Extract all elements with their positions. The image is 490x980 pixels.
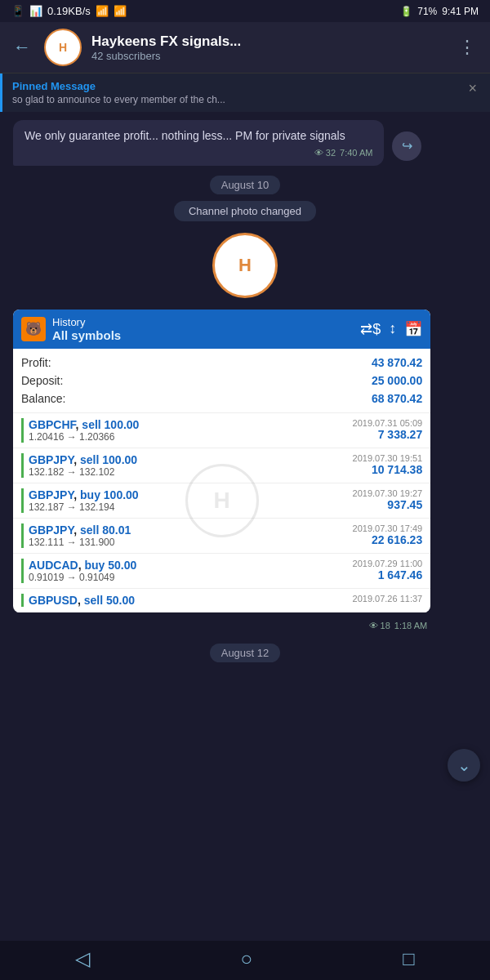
card-header-actions: ⇄$ ↕ 📅 — [360, 320, 422, 338]
message-meta: 👁 32 7:40 AM — [24, 148, 372, 158]
currency-icon[interactable]: ⇄$ — [360, 320, 381, 338]
header-info: Haykeens FX signals... 42 subscribers — [91, 33, 445, 62]
forward-icon: ↪ — [402, 138, 412, 154]
subscriber-count: 42 subscribers — [91, 50, 445, 62]
channel-title: Haykeens FX signals... — [91, 33, 445, 50]
trade-right-5: 2019.07.26 11:37 — [324, 594, 422, 604]
more-options-button[interactable]: ⋮ — [455, 33, 480, 61]
trade-right-1: 2019.07.30 19:51 10 714.38 — [324, 453, 422, 476]
date-divider-aug10: August 10 — [13, 176, 477, 194]
card-message-meta: 👁 18 1:18 AM — [13, 621, 430, 634]
channel-photo-display: H — [13, 233, 477, 298]
card-time: 1:18 AM — [394, 621, 427, 630]
trade-prices-1: 132.182 → 132.102 — [29, 466, 324, 478]
card-views: 👁 18 — [369, 621, 390, 630]
trade-prices-3: 132.111 → 131.900 — [29, 537, 324, 548]
trade-left-1: GBPJPY, sell 100.00 132.182 → 132.102 — [21, 453, 324, 478]
pinned-message-bar[interactable]: Pinned Message so glad to announce to ev… — [0, 74, 490, 112]
date-divider-aug12: August 12 — [13, 644, 477, 662]
card-header-info: History All symbols — [52, 316, 354, 342]
calendar-icon[interactable]: 📅 — [404, 320, 422, 338]
trade-date-0: 2019.07.31 05:09 — [324, 418, 422, 428]
eye-icon: 👁 — [314, 148, 323, 158]
trade-prices-0: 1.20416 → 1.20366 — [29, 431, 324, 443]
card-header-icon: 🐻 — [21, 317, 46, 341]
trade-date-1: 2019.07.30 19:51 — [324, 453, 422, 463]
trade-pair-2: GBPJPY, buy 100.00 — [29, 488, 324, 501]
trade-row-2: GBPJPY, buy 100.00 132.187 → 132.194 201… — [13, 483, 430, 519]
trade-pair-4: AUDCAD, buy 50.00 — [29, 559, 324, 572]
trade-row-4: AUDCAD, buy 50.00 0.91019 → 0.91049 2019… — [13, 554, 430, 589]
trading-card-header: 🐻 History All symbols ⇄$ ↕ 📅 — [13, 310, 430, 349]
trade-left-0: GBPCHF, sell 100.00 1.20416 → 1.20366 — [21, 418, 324, 443]
navigation-bar: ◁ ○ □ — [0, 941, 490, 980]
trading-summary: Profit: 43 870.42 Deposit: 25 000.00 Bal… — [13, 349, 430, 413]
trade-profit-2: 937.45 — [324, 498, 422, 511]
whatsapp-icon: 📱 — [11, 5, 24, 17]
time-display: 9:41 PM — [442, 6, 479, 17]
card-title: History — [52, 316, 354, 328]
card-eye-icon: 👁 — [369, 621, 378, 630]
trade-date-4: 2019.07.29 11:00 — [324, 559, 422, 568]
wifi-icon: 📶 — [96, 5, 109, 17]
back-button[interactable]: ← — [10, 33, 34, 61]
trade-profit-4: 1 647.46 — [324, 568, 422, 581]
monitor-icon: 📊 — [29, 5, 42, 17]
trading-card: 🐻 History All symbols ⇄$ ↕ 📅 Pro — [13, 310, 430, 612]
trade-row-5: GBPUSD, sell 50.00 2019.07.26 11:37 — [13, 589, 430, 612]
trade-prices-4: 0.91019 → 0.91049 — [29, 572, 324, 583]
pinned-content: Pinned Message so glad to announce to ev… — [12, 80, 465, 105]
nav-back-button[interactable]: ◁ — [75, 947, 90, 970]
trade-right-0: 2019.07.31 05:09 7 338.27 — [324, 418, 422, 441]
pinned-label: Pinned Message — [12, 80, 465, 92]
trade-profit-0: 7 338.27 — [324, 428, 422, 441]
chat-area: We only guarantee profit... nothing less… — [0, 112, 490, 831]
chevron-down-icon: ⌄ — [457, 755, 471, 775]
trade-date-5: 2019.07.26 11:37 — [324, 594, 422, 604]
scroll-down-button[interactable]: ⌄ — [448, 749, 480, 782]
trade-row-2-wrapper: GBPJPY, buy 100.00 132.187 → 132.194 201… — [13, 483, 430, 519]
balance-row: Balance: 68 870.42 — [21, 390, 422, 408]
trade-profit-1: 10 714.38 — [324, 463, 422, 476]
trade-pair-5: GBPUSD, sell 50.00 — [29, 594, 324, 607]
channel-big-avatar: H — [212, 233, 278, 298]
nav-home-button[interactable]: ○ — [240, 947, 252, 970]
trade-left-3: GBPJPY, sell 80.01 132.111 → 131.900 — [21, 523, 324, 548]
trade-right-3: 2019.07.30 17:49 22 616.23 — [324, 523, 422, 546]
signal-icon: 📶 — [114, 5, 127, 17]
status-left: 📱 📊 0.19KB/s 📶 📶 — [11, 5, 127, 17]
card-subtitle: All symbols — [52, 328, 354, 342]
trade-pair-1: GBPJPY, sell 100.00 — [29, 453, 324, 466]
message-time: 7:40 AM — [340, 148, 372, 158]
trade-profit-3: 22 616.23 — [324, 533, 422, 546]
pinned-close-button[interactable]: × — [465, 80, 480, 97]
sort-icon[interactable]: ↕ — [389, 320, 396, 337]
pinned-text: so glad to announce to every member of t… — [12, 94, 465, 105]
trade-prices-2: 132.187 → 132.194 — [29, 501, 324, 513]
trading-card-wrapper: 🐻 History All symbols ⇄$ ↕ 📅 Pro — [13, 310, 430, 634]
speed-indicator: 0.19KB/s — [47, 5, 91, 17]
trading-card-message: 🐻 History All symbols ⇄$ ↕ 📅 Pro — [13, 310, 430, 634]
trade-left-2: GBPJPY, buy 100.00 132.187 → 132.194 — [21, 488, 324, 513]
nav-recent-button[interactable]: □ — [403, 947, 415, 970]
status-right: 🔋 71% 9:41 PM — [400, 6, 479, 17]
profit-row: Profit: 43 870.42 — [21, 354, 422, 372]
trade-right-2: 2019.07.30 19:27 937.45 — [324, 488, 422, 511]
chat-header: ← H Haykeens FX signals... 42 subscriber… — [0, 22, 490, 74]
trade-row-3: GBPJPY, sell 80.01 132.111 → 131.900 201… — [13, 519, 430, 554]
trade-left-5: GBPUSD, sell 50.00 — [21, 594, 324, 607]
trade-pair-3: GBPJPY, sell 80.01 — [29, 523, 324, 537]
forward-button[interactable]: ↪ — [392, 131, 421, 161]
trade-row-0: GBPCHF, sell 100.00 1.20416 → 1.20366 20… — [13, 413, 430, 448]
channel-avatar: H — [44, 29, 82, 66]
system-message: Channel photo changed — [13, 201, 477, 221]
trade-left-4: AUDCAD, buy 50.00 0.91019 → 0.91049 — [21, 559, 324, 583]
deposit-row: Deposit: 25 000.00 — [21, 372, 422, 390]
status-bar: 📱 📊 0.19KB/s 📶 📶 🔋 71% 9:41 PM — [0, 0, 490, 22]
message-bubble: We only guarantee profit... nothing less… — [13, 120, 384, 166]
message-text: We only guarantee profit... nothing less… — [24, 128, 372, 145]
trade-date-3: 2019.07.30 17:49 — [324, 523, 422, 533]
trade-row-1: GBPJPY, sell 100.00 132.182 → 132.102 20… — [13, 448, 430, 483]
trade-date-2: 2019.07.30 19:27 — [324, 488, 422, 498]
message-views: 👁 32 — [314, 148, 336, 158]
